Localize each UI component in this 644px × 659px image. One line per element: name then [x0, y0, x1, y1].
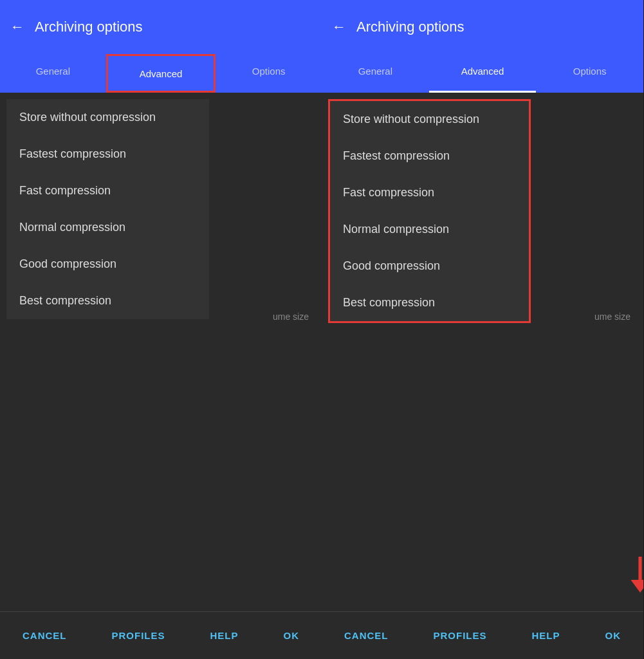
right-cancel-button[interactable]: CANCEL: [336, 625, 396, 646]
left-option-fast[interactable]: Fast compression: [6, 172, 209, 209]
left-option-good[interactable]: Good compression: [6, 246, 209, 283]
left-tab-advanced[interactable]: Advanced: [106, 54, 216, 93]
left-volume-size-label: ume size: [273, 311, 309, 322]
left-option-best[interactable]: Best compression: [6, 283, 209, 319]
right-tab-advanced[interactable]: Advanced: [429, 54, 537, 93]
left-header: ← Archiving options: [0, 0, 322, 54]
right-option-normal[interactable]: Normal compression: [330, 211, 529, 248]
left-tabs: General Advanced Options: [0, 54, 322, 93]
left-tab-general[interactable]: General: [0, 54, 106, 93]
right-option-fastest[interactable]: Fastest compression: [330, 138, 529, 174]
right-option-store[interactable]: Store without compression: [330, 101, 529, 138]
right-footer: CANCEL PROFILES HELP OK: [322, 611, 643, 659]
right-panel: ← Archiving options General Advanced Opt…: [322, 0, 643, 659]
right-profiles-button[interactable]: PROFILES: [425, 625, 494, 646]
left-option-store[interactable]: Store without compression: [6, 99, 209, 136]
left-header-title: Archiving options: [35, 19, 143, 35]
left-dropdown-menu: Store without compression Fastest compre…: [6, 99, 209, 319]
right-tabs: General Advanced Options: [322, 54, 643, 93]
left-tab-options[interactable]: Options: [216, 54, 322, 93]
right-tab-options[interactable]: Options: [536, 54, 643, 93]
left-cancel-button[interactable]: CANCEL: [15, 625, 75, 646]
left-footer: CANCEL PROFILES HELP OK: [0, 611, 322, 659]
left-ok-button[interactable]: OK: [275, 625, 307, 646]
left-option-normal[interactable]: Normal compression: [6, 209, 209, 246]
left-profiles-button[interactable]: PROFILES: [104, 625, 172, 646]
right-dropdown-menu: Store without compression Fastest compre…: [328, 99, 531, 323]
right-option-best[interactable]: Best compression: [330, 284, 529, 321]
right-content: ▼ Store without compression Fastest comp…: [322, 93, 643, 611]
right-tab-general[interactable]: General: [322, 54, 429, 93]
left-panel: ← Archiving options General Advanced Opt…: [0, 0, 322, 659]
right-back-arrow[interactable]: ←: [332, 19, 346, 35]
svg-marker-1: [630, 580, 643, 593]
left-back-arrow[interactable]: ←: [10, 19, 24, 35]
right-volume-size-label: ume size: [594, 311, 630, 322]
right-option-good[interactable]: Good compression: [330, 248, 529, 284]
left-option-fastest[interactable]: Fastest compression: [6, 136, 209, 172]
right-header-title: Archiving options: [356, 19, 465, 35]
right-ok-button[interactable]: OK: [597, 625, 629, 646]
left-content: ▼ Store without compression Fastest comp…: [0, 93, 322, 611]
right-header: ← Archiving options: [322, 0, 643, 54]
right-help-button[interactable]: HELP: [524, 625, 567, 646]
right-option-fast[interactable]: Fast compression: [330, 174, 529, 211]
left-help-button[interactable]: HELP: [202, 625, 246, 646]
